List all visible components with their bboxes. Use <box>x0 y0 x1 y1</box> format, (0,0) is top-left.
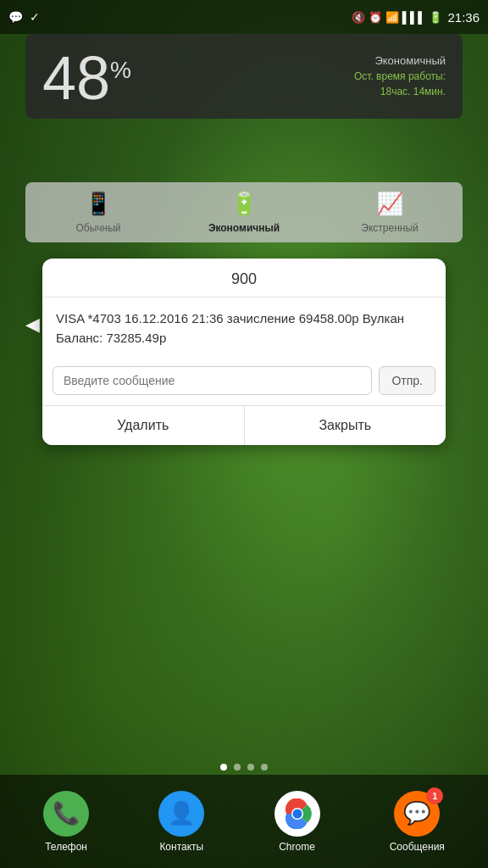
alarm-icon: ⏰ <box>369 11 382 24</box>
battery-widget-top: 48% Экономичный Ост. время работы: 18час… <box>42 47 446 108</box>
battery-remaining-time: 18час. 14мин. <box>354 86 446 97</box>
status-bar: 💬 ✓ 🔇 ⏰ 📶 ▌▌▌ 🔋 21:36 <box>0 0 488 34</box>
page-dot-4 <box>261 764 268 771</box>
status-right: 🔇 ⏰ 📶 ▌▌▌ 🔋 21:36 <box>352 10 480 25</box>
dock-item-messages[interactable]: 💬 1 Сообщения <box>390 791 445 853</box>
check-status-icon: ✓ <box>30 10 40 24</box>
mode-economy-label: Экономичный <box>208 222 280 234</box>
battery-widget: 48% Экономичный Ост. время работы: 18час… <box>25 34 463 119</box>
mode-normal-label: Обычный <box>75 222 120 234</box>
mode-emergency-icon: 📈 <box>376 191 403 217</box>
page-dot-3 <box>247 764 254 771</box>
svg-point-2 <box>292 809 302 818</box>
popup-close-button[interactable]: Закрыть <box>245 406 446 445</box>
popup-message-input[interactable] <box>53 366 372 395</box>
mute-icon: 🔇 <box>352 11 365 24</box>
dock-contacts-label: Контакты <box>159 841 203 853</box>
mode-economy[interactable]: 🔋 Экономичный <box>171 191 317 234</box>
battery-info-right: Экономичный Ост. время работы: 18час. 14… <box>354 47 446 97</box>
contacts-icon-glyph: 👤 <box>168 800 195 826</box>
mode-normal-icon: 📱 <box>85 191 112 217</box>
contacts-app-icon[interactable]: 👤 <box>158 791 204 837</box>
popup-input-row: Отпр. <box>42 359 446 405</box>
chrome-icon-svg <box>282 798 313 829</box>
battery-icon: 🔋 <box>429 11 442 24</box>
dock-item-phone[interactable]: 📞 Телефон <box>43 791 89 853</box>
page-dot-1 <box>220 764 227 771</box>
battery-percent: 48% <box>42 47 131 108</box>
dock-phone-label: Телефон <box>45 841 87 853</box>
popup-actions: Удалить Закрыть <box>42 405 446 445</box>
wifi-icon: 📶 <box>385 11 399 24</box>
dock-item-contacts[interactable]: 👤 Контакты <box>158 791 204 853</box>
popup-title: 900 <box>42 259 446 298</box>
popup-send-button[interactable]: Отпр. <box>379 366 435 395</box>
dock: 📞 Телефон 👤 Контакты C <box>0 775 488 868</box>
mode-emergency-label: Экстренный <box>361 222 418 234</box>
signal-icon: ▌▌▌ <box>402 11 426 24</box>
dock-chrome-label: Chrome <box>279 841 315 853</box>
popup-body: VISA *4703 16.12.2016 21:36 зачисление 6… <box>42 298 446 359</box>
battery-remaining-label: Ост. время работы: <box>354 70 446 82</box>
page-dots <box>0 764 488 771</box>
dock-messages-label: Сообщения <box>390 841 445 853</box>
page-dot-2 <box>234 764 241 771</box>
popup-delete-button[interactable]: Удалить <box>42 406 245 445</box>
status-left-icons: 💬 ✓ <box>8 10 40 24</box>
message-status-icon: 💬 <box>8 10 23 24</box>
notification-popup: 900 VISA *4703 16.12.2016 21:36 зачислен… <box>42 259 446 445</box>
battery-mode-label: Экономичный <box>354 54 446 67</box>
mode-normal[interactable]: 📱 Обычный <box>25 191 171 234</box>
status-time: 21:36 <box>447 10 480 25</box>
mode-economy-icon: 🔋 <box>230 191 258 217</box>
dock-item-chrome[interactable]: Chrome <box>274 791 320 853</box>
messages-app-icon[interactable]: 💬 1 <box>394 791 440 837</box>
phone-app-icon[interactable]: 📞 <box>43 791 89 837</box>
status-system-icons: 🔇 ⏰ 📶 ▌▌▌ 🔋 <box>352 11 443 24</box>
mode-selector[interactable]: 📱 Обычный 🔋 Экономичный 📈 Экстренный <box>25 182 463 242</box>
back-arrow[interactable]: ◀ <box>25 314 40 336</box>
phone-icon-glyph: 📞 <box>53 800 80 826</box>
mode-emergency[interactable]: 📈 Экстренный <box>317 191 463 234</box>
messages-icon-glyph: 💬 <box>403 800 430 826</box>
messages-badge: 1 <box>426 787 443 804</box>
chrome-app-icon[interactable] <box>274 791 320 837</box>
